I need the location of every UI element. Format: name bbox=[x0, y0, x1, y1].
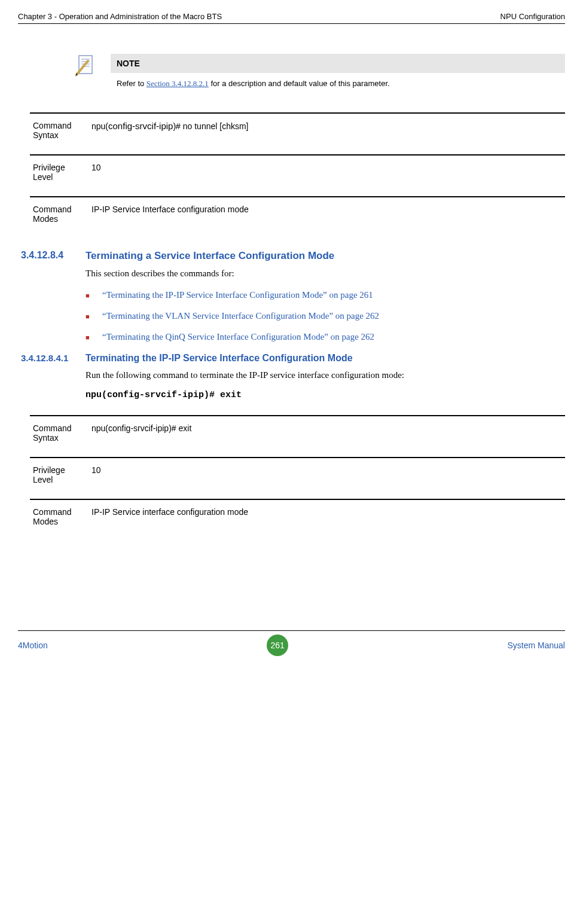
command-modes-label: Command Modes bbox=[30, 507, 87, 526]
section-number: 3.4.12.8.4.1 bbox=[18, 353, 86, 364]
footer-left: 4Motion bbox=[18, 641, 48, 650]
privilege-level-label: Privilege Level bbox=[30, 465, 87, 484]
section-heading-2: 3.4.12.8.4.1 Terminating the IP-IP Servi… bbox=[18, 353, 565, 364]
section-heading-1: 3.4.12.8.4 Terminating a Service Interfa… bbox=[18, 250, 565, 262]
section-title: Terminating the IP-IP Service Interface … bbox=[86, 353, 353, 364]
footer-right: System Manual bbox=[508, 641, 565, 650]
cmd-mid: config-srvcif-ipip bbox=[108, 121, 173, 131]
cmd-suffix: )# no tunnel [chksm] bbox=[173, 121, 248, 131]
header-left: Chapter 3 - Operation and Administration… bbox=[18, 12, 222, 21]
note-link[interactable]: Section 3.4.12.8.2.1 bbox=[146, 79, 209, 88]
note-suffix: for a description and default value of t… bbox=[209, 79, 390, 88]
page-number-badge: 261 bbox=[267, 635, 288, 656]
page-footer: 4Motion 261 System Manual bbox=[18, 630, 565, 656]
section-intro: This section describes the commands for: bbox=[86, 267, 565, 280]
command-modes-value: IP-IP Service Interface configuration mo… bbox=[87, 205, 565, 224]
section-title: Terminating a Service Interface Configur… bbox=[86, 250, 334, 262]
note-content: NOTE Refer to Section 3.4.12.8.2.1 for a… bbox=[111, 54, 565, 94]
command-syntax-label: Command Syntax bbox=[30, 423, 87, 443]
code-command: npu(config-srvcif-ipip)# exit bbox=[86, 390, 565, 400]
list-item[interactable]: “Terminating the IP-IP Service Interface… bbox=[86, 290, 565, 300]
note-title: NOTE bbox=[111, 54, 565, 73]
note-box: NOTE Refer to Section 3.4.12.8.2.1 for a… bbox=[75, 54, 565, 94]
command-modes-value: IP-IP Service interface configuration mo… bbox=[87, 507, 565, 526]
cmd-prefix: npu( bbox=[91, 121, 108, 131]
header-right: NPU Configuration bbox=[500, 12, 565, 21]
section-number: 3.4.12.8.4 bbox=[18, 250, 86, 262]
command-block-1: Command Syntax npu(config-srvcif-ipip)# … bbox=[30, 112, 565, 238]
note-text: Refer to Section 3.4.12.8.2.1 for a desc… bbox=[111, 73, 565, 94]
note-icon bbox=[75, 54, 96, 78]
command-syntax-value: npu(config-srvcif-ipip)# no tunnel [chks… bbox=[87, 121, 565, 140]
command-block-2: Command Syntax npu(config-srvcif-ipip)# … bbox=[30, 415, 565, 541]
note-prefix: Refer to bbox=[117, 79, 146, 88]
page-header: Chapter 3 - Operation and Administration… bbox=[18, 12, 565, 24]
command-syntax-label: Command Syntax bbox=[30, 121, 87, 140]
bullet-list: “Terminating the IP-IP Service Interface… bbox=[86, 290, 565, 342]
command-syntax-value: npu(config-srvcif-ipip)# exit bbox=[87, 423, 565, 443]
command-modes-label: Command Modes bbox=[30, 205, 87, 224]
list-item[interactable]: “Terminating the VLAN Service Interface … bbox=[86, 311, 565, 321]
privilege-level-label: Privilege Level bbox=[30, 163, 87, 182]
privilege-level-value: 10 bbox=[87, 163, 565, 182]
list-item[interactable]: “Terminating the QinQ Service Interface … bbox=[86, 332, 565, 342]
section-body: Run the following command to terminate t… bbox=[86, 368, 565, 382]
privilege-level-value: 10 bbox=[87, 465, 565, 484]
